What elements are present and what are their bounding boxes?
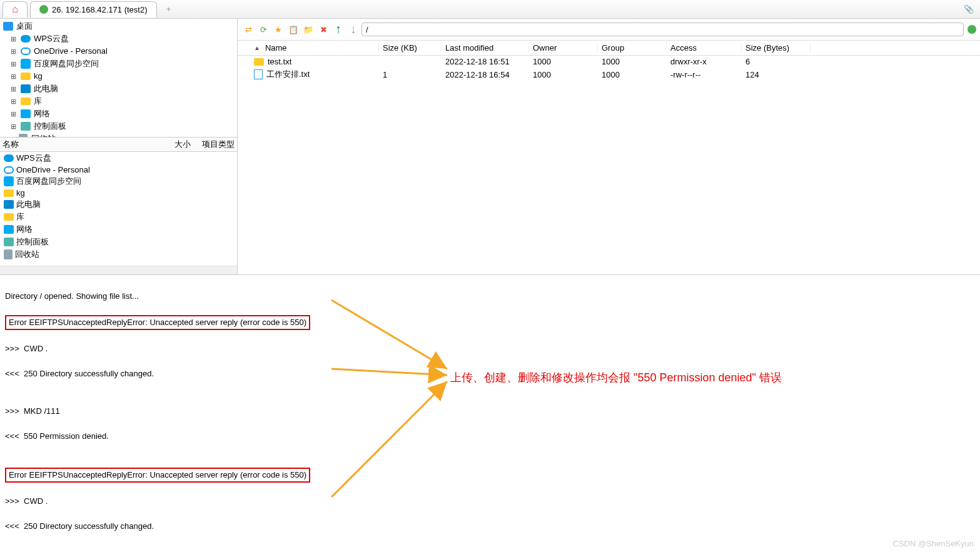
list-item[interactable]: 库 <box>0 211 237 223</box>
expand-icon[interactable]: ⊞ <box>9 121 18 132</box>
folder-icon <box>4 189 14 197</box>
tab-home[interactable]: ⌂ <box>3 1 28 18</box>
col-group[interactable]: Group <box>598 43 667 53</box>
baidu-icon <box>21 59 31 69</box>
controlpanel-icon <box>4 238 14 246</box>
home-icon: ⌂ <box>12 4 18 15</box>
expand-icon[interactable]: ⊞ <box>9 71 18 82</box>
newfolder-button[interactable]: 📁 <box>301 23 315 36</box>
expand-icon[interactable]: ⊞ <box>9 33 18 44</box>
folder-icon <box>254 58 264 66</box>
annotation-text: 上传、创建、删除和修改操作均会报 "550 Permission denied"… <box>450 370 782 385</box>
delete-button[interactable]: ✖ <box>316 23 330 36</box>
col-modified[interactable]: Last modified <box>442 43 529 53</box>
globe-icon <box>39 5 48 14</box>
file-icon <box>254 69 263 79</box>
cloud-icon <box>4 166 14 174</box>
col-name[interactable]: ▲Name <box>241 43 379 53</box>
list-item[interactable]: WPS云盘 <box>0 152 237 164</box>
folder-icon <box>21 98 31 105</box>
remote-pane: ⇄ ⟳ ★ 📋 📁 ✖ ⭡ ⭣ ▲Name Size (KB) Last mod… <box>238 19 980 274</box>
upload-button[interactable]: ⭡ <box>331 23 345 36</box>
cloud-icon <box>21 48 31 55</box>
log-line: <<< 550 Permission denied. <box>5 430 975 443</box>
controlpanel-icon <box>21 122 31 131</box>
col-owner[interactable]: Owner <box>529 43 598 53</box>
desktop-icon <box>3 22 13 31</box>
tab-bar: ⌂ 26. 192.168.42.171 (test2) + 📎 <box>0 0 980 19</box>
cloud-icon <box>4 154 14 162</box>
plus-icon: + <box>166 4 171 14</box>
table-row[interactable]: 工作安排.txt 1 2022-12-18 16:54 1000 1000 -r… <box>238 68 980 81</box>
local-tree: 桌面 ⊞WPS云盘 ⊞OneDrive - Personal ⊞百度网盘同步空间… <box>0 19 237 138</box>
list-item[interactable]: 网络 <box>0 223 237 236</box>
remote-toolbar: ⇄ ⟳ ★ 📋 📁 ✖ ⭡ ⭣ <box>238 19 980 41</box>
connection-status-icon <box>967 25 976 34</box>
remote-path-input[interactable] <box>361 23 964 36</box>
tab-session-label: 26. 192.168.42.171 (test2) <box>52 5 148 14</box>
tree-item[interactable]: ⊞百度网盘同步空间 <box>0 58 237 70</box>
tree-item[interactable]: ⊞OneDrive - Personal <box>0 45 237 58</box>
baidu-icon <box>4 176 14 186</box>
tree-item[interactable]: ⊞kg <box>0 70 237 83</box>
pc-icon <box>21 84 31 93</box>
list-item[interactable]: 百度网盘同步空间 <box>0 175 237 188</box>
list-item[interactable]: kg <box>0 188 237 198</box>
download-button[interactable]: ⭣ <box>346 23 360 36</box>
log-line: >>> CWD . <box>5 343 975 355</box>
local-list: WPS云盘 OneDrive - Personal 百度网盘同步空间 kg 此电… <box>0 152 237 266</box>
refresh-button[interactable]: ⟳ <box>256 23 270 36</box>
local-pane: 桌面 ⊞WPS云盘 ⊞OneDrive - Personal ⊞百度网盘同步空间… <box>0 19 238 274</box>
log-line: >>> MKD /111 <box>5 405 975 418</box>
list-item[interactable]: 回收站 <box>0 248 237 261</box>
watermark: CSDN @ShenSeKyun <box>892 539 974 548</box>
expand-icon[interactable]: ⊞ <box>9 58 18 69</box>
log-panel[interactable]: Directory / opened. Showing file list...… <box>0 275 980 552</box>
log-line: >>> CWD . <box>5 495 975 508</box>
list-item[interactable]: 此电脑 <box>0 198 237 211</box>
trash-icon <box>4 249 13 259</box>
pc-icon <box>4 200 14 209</box>
attach-icon[interactable]: 📎 <box>964 4 977 14</box>
col-name[interactable]: 名称 <box>3 139 166 150</box>
cloud-icon <box>21 35 31 43</box>
tree-item[interactable]: ⊞库 <box>0 95 237 108</box>
network-icon <box>4 225 14 234</box>
col-type[interactable]: 项目类型 <box>191 139 235 150</box>
expand-icon[interactable]: ⊞ <box>9 108 18 119</box>
expand-icon[interactable]: ⊞ <box>9 96 18 107</box>
col-bytes[interactable]: Size (Bytes) <box>742 43 811 53</box>
network-icon <box>21 109 31 118</box>
col-size[interactable]: Size (KB) <box>379 43 442 53</box>
tree-item[interactable]: 回收站 <box>0 133 237 138</box>
list-item[interactable]: 控制面板 <box>0 236 237 248</box>
bookmark-button[interactable]: ★ <box>271 23 285 36</box>
table-row[interactable]: test.txt 2022-12-18 16:51 1000 1000 drwx… <box>238 56 980 68</box>
tab-add[interactable]: + <box>159 1 178 18</box>
folder-icon <box>21 73 31 80</box>
list-item[interactable]: OneDrive - Personal <box>0 164 237 175</box>
tree-item[interactable]: ⊞WPS云盘 <box>0 33 237 45</box>
remote-columns: ▲Name Size (KB) Last modified Owner Grou… <box>238 41 980 56</box>
transfer-button[interactable]: ⇄ <box>241 23 255 36</box>
tree-item[interactable]: ⊞网络 <box>0 108 237 120</box>
copy-button[interactable]: 📋 <box>286 23 300 36</box>
local-hscrollbar[interactable] <box>0 266 237 274</box>
sort-asc-icon: ▲ <box>254 44 261 51</box>
folder-icon <box>4 213 14 221</box>
tab-session[interactable]: 26. 192.168.42.171 (test2) <box>30 1 157 18</box>
tree-item[interactable]: ⊞此电脑 <box>0 83 237 95</box>
col-access[interactable]: Access <box>667 43 742 53</box>
tree-item[interactable]: ⊞控制面板 <box>0 120 237 133</box>
col-size[interactable]: 大小 <box>166 139 191 150</box>
local-columns: 名称 大小 项目类型 <box>0 138 237 152</box>
log-line: <<< 250 Directory successfully changed. <box>5 520 975 533</box>
tree-root-label: 桌面 <box>16 21 33 32</box>
tree-root[interactable]: 桌面 <box>0 20 237 33</box>
remote-file-list: test.txt 2022-12-18 16:51 1000 1000 drwx… <box>238 56 980 274</box>
expand-icon[interactable]: ⊞ <box>9 83 18 94</box>
log-line: Directory / opened. Showing file list... <box>5 290 975 303</box>
log-error: Error EEIFTPSUnacceptedReplyError: Unacc… <box>5 468 310 483</box>
expand-icon[interactable]: ⊞ <box>9 46 18 57</box>
log-error: Error EEIFTPSUnacceptedReplyError: Unacc… <box>5 315 310 330</box>
